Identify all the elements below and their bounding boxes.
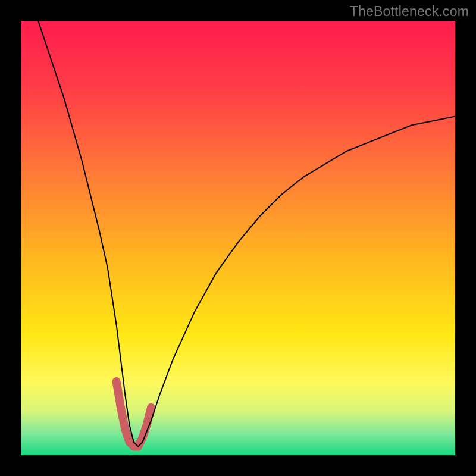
plot-area (21, 21, 455, 455)
watermark-text: TheBottleneck.com (350, 4, 469, 20)
bottleneck-curve (38, 21, 455, 446)
chart-frame: TheBottleneck.com (0, 0, 476, 476)
optimal-region-highlight (117, 381, 151, 447)
curve-layer (21, 21, 455, 455)
